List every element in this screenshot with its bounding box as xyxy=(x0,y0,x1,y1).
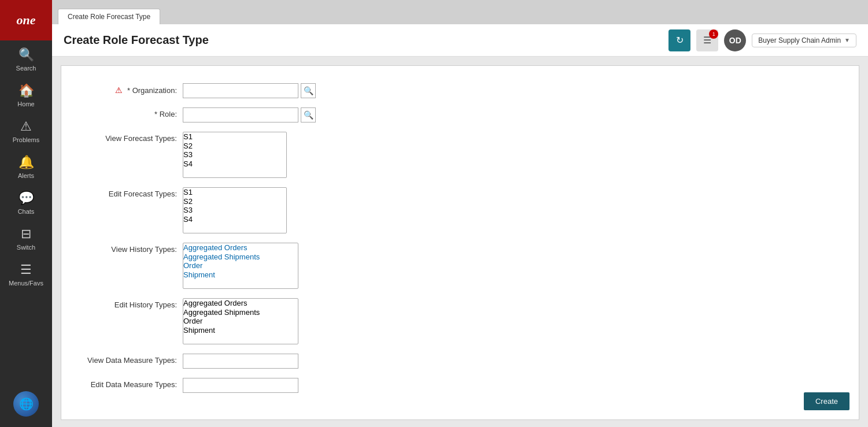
dropdown-arrow-icon: ▼ xyxy=(844,37,850,43)
sidebar-label-home: Home xyxy=(17,101,34,107)
edit-history-row: Edit History Types: Aggregated Orders Ag… xyxy=(73,298,847,344)
list-item[interactable]: S4 xyxy=(183,215,286,224)
star-button[interactable]: ☰ 1 xyxy=(696,29,718,51)
edit-forecast-row: Edit Forecast Types: S1 S2 S3 S4 xyxy=(73,187,847,233)
tab-bar: Create Role Forecast Type xyxy=(52,0,868,24)
edit-data-measure-input[interactable] xyxy=(183,378,298,393)
organization-search-button[interactable]: 🔍 xyxy=(301,83,316,98)
view-history-label: View History Types: xyxy=(73,243,183,254)
list-item[interactable]: S1 xyxy=(183,188,286,197)
header-actions: ↻ ☰ 1 OD Buyer Supply Chain Admin ▼ xyxy=(668,29,856,51)
sidebar-label-switch: Switch xyxy=(17,244,35,251)
view-history-row: View History Types: Aggregated Orders Ag… xyxy=(73,243,847,289)
view-forecast-listbox[interactable]: S1 S2 S3 S4 xyxy=(183,132,287,178)
sidebar-item-globe[interactable]: 🌐 xyxy=(0,384,52,421)
globe-icon: 🌐 xyxy=(13,391,39,417)
edit-history-listbox[interactable]: Aggregated Orders Aggregated Shipments O… xyxy=(183,298,298,344)
list-item[interactable]: Order xyxy=(183,317,298,326)
edit-history-field-wrap: Aggregated Orders Aggregated Shipments O… xyxy=(183,298,298,344)
organization-input[interactable] xyxy=(183,83,298,98)
logo-text: one xyxy=(17,13,36,28)
organization-field-wrap: 🔍 xyxy=(183,83,316,98)
page-header: Create Role Forecast Type ↻ ☰ 1 OD Buyer… xyxy=(52,24,868,57)
organization-label: ⚠ * Organization: xyxy=(73,83,183,95)
edit-data-measure-field-wrap xyxy=(183,378,298,393)
view-data-measure-field-wrap xyxy=(183,354,298,369)
view-history-field-wrap: Aggregated Orders Aggregated Shipments O… xyxy=(183,243,298,289)
list-item[interactable]: S2 xyxy=(183,142,286,151)
role-input[interactable] xyxy=(183,107,298,122)
view-data-measure-row: View Data Measure Types: xyxy=(73,354,847,369)
list-item[interactable]: S2 xyxy=(183,197,286,206)
edit-data-measure-label: Edit Data Measure Types: xyxy=(73,378,183,389)
role-field-wrap: 🔍 xyxy=(183,107,316,122)
list-item[interactable]: Shipment xyxy=(183,326,298,335)
alerts-icon: 🔔 xyxy=(19,155,34,170)
form-card: ⚠ * Organization: 🔍 * Role: 🔍 xyxy=(61,65,859,420)
page-title: Create Role Forecast Type xyxy=(64,34,209,47)
view-forecast-label: View Forecast Types: xyxy=(73,132,183,143)
sidebar-item-home[interactable]: 🏠 Home xyxy=(0,76,52,112)
home-icon: 🏠 xyxy=(19,83,34,98)
list-item[interactable]: Aggregated Orders xyxy=(183,299,298,308)
list-item[interactable]: Order xyxy=(183,261,298,270)
list-item[interactable]: S1 xyxy=(183,132,286,142)
view-forecast-field-wrap: S1 S2 S3 S4 xyxy=(183,132,287,178)
active-tab[interactable]: Create Role Forecast Type xyxy=(58,9,160,24)
star-badge: 1 xyxy=(709,29,718,39)
chats-icon: 💬 xyxy=(19,191,34,206)
list-item[interactable]: Aggregated Shipments xyxy=(183,308,298,317)
problems-icon: ⚠ xyxy=(20,119,32,134)
sidebar-label-menus: Menus/Favs xyxy=(9,280,43,287)
switch-icon: ⊟ xyxy=(21,227,31,242)
sidebar-item-menus[interactable]: ☰ Menus/Favs xyxy=(0,255,52,291)
sidebar-item-problems[interactable]: ⚠ Problems xyxy=(0,112,52,148)
list-item[interactable]: S3 xyxy=(183,206,286,215)
create-button[interactable]: Create xyxy=(804,392,849,410)
role-row: * Role: 🔍 xyxy=(73,107,847,122)
edit-forecast-label: Edit Forecast Types: xyxy=(73,187,183,198)
sidebar-item-switch[interactable]: ⊟ Switch xyxy=(0,220,52,255)
main-area: Create Role Forecast Type Create Role Fo… xyxy=(52,0,868,427)
refresh-button[interactable]: ↻ xyxy=(668,29,690,51)
view-data-measure-input[interactable] xyxy=(183,354,298,369)
list-item[interactable]: Shipment xyxy=(183,270,298,280)
role-label: * Role: xyxy=(73,107,183,118)
sidebar-item-search[interactable]: 🔍 Search xyxy=(0,40,52,76)
edit-history-label: Edit History Types: xyxy=(73,298,183,309)
error-icon: ⚠ xyxy=(115,83,123,95)
user-name: Buyer Supply Chain Admin xyxy=(758,36,841,44)
list-item[interactable]: Aggregated Orders xyxy=(183,243,298,253)
organization-row: ⚠ * Organization: 🔍 xyxy=(73,83,847,98)
app-logo: one xyxy=(0,0,52,40)
view-forecast-row: View Forecast Types: S1 S2 S3 S4 xyxy=(73,132,847,178)
list-item[interactable]: Aggregated Shipments xyxy=(183,253,298,262)
edit-forecast-listbox[interactable]: S1 S2 S3 S4 xyxy=(183,187,287,233)
user-dropdown[interactable]: Buyer Supply Chain Admin ▼ xyxy=(752,34,856,47)
sidebar-label-alerts: Alerts xyxy=(18,172,34,179)
role-search-button[interactable]: 🔍 xyxy=(301,107,316,122)
sidebar-item-chats[interactable]: 💬 Chats xyxy=(0,184,52,220)
view-data-measure-label: View Data Measure Types: xyxy=(73,354,183,365)
sidebar: one 🔍 Search 🏠 Home ⚠ Problems 🔔 Alerts … xyxy=(0,0,52,427)
sidebar-label-problems: Problems xyxy=(13,136,39,143)
content-area: ⚠ * Organization: 🔍 * Role: 🔍 xyxy=(52,57,868,427)
avatar: OD xyxy=(724,29,746,51)
edit-forecast-field-wrap: S1 S2 S3 S4 xyxy=(183,187,287,233)
list-item[interactable]: S4 xyxy=(183,159,286,169)
list-item[interactable]: S3 xyxy=(183,150,286,159)
menus-icon: ☰ xyxy=(20,262,32,277)
edit-data-measure-row: Edit Data Measure Types: xyxy=(73,378,847,393)
sidebar-label-chats: Chats xyxy=(18,208,35,215)
sidebar-label-search: Search xyxy=(16,65,36,72)
view-history-listbox[interactable]: Aggregated Orders Aggregated Shipments O… xyxy=(183,243,298,289)
search-icon: 🔍 xyxy=(19,47,34,62)
sidebar-item-alerts[interactable]: 🔔 Alerts xyxy=(0,148,52,184)
